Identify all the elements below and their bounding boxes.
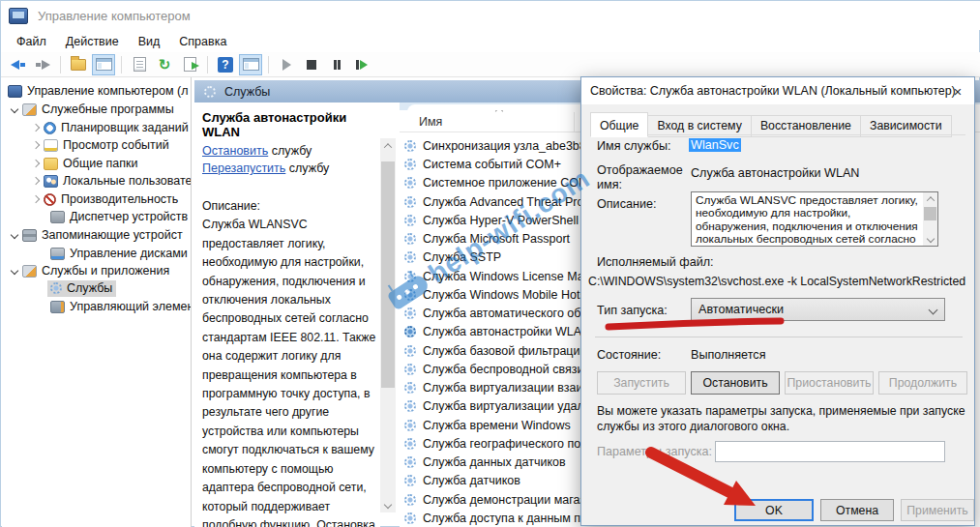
apply-button[interactable]: Применить [901,499,974,521]
list-item[interactable]: Служба Microsoft Passport [400,229,570,248]
show-console-tree-button[interactable] [92,54,115,75]
state-value: Выполняется [691,348,765,362]
restart-service-link[interactable]: Перезапустить [202,161,285,175]
tree-item-shared-folders[interactable]: Общие папки [33,155,138,172]
tree-item-root[interactable]: Управление компьютером (л [8,82,188,100]
export-list-button[interactable] [178,54,201,75]
list-item[interactable]: Служба датчиков [400,471,520,489]
list-item[interactable]: Система событий COM+ [400,155,561,173]
list-item-selected[interactable]: Служба автонастройки WLAN [400,322,590,340]
list-item[interactable]: Служба Windows Mobile Hotsp [400,285,593,304]
tree-item-event-viewer[interactable]: Просмотр событий [33,136,169,154]
menu-help[interactable]: Справка [169,32,236,51]
scroll-down-button[interactable] [923,232,937,246]
show-action-pane-button[interactable] [239,54,262,75]
export-list-icon [184,57,196,72]
list-item[interactable]: Служба виртуализации удален [400,396,598,415]
list-item[interactable]: Системное приложение COM+ [400,173,596,191]
service-name: Служба базовой фильтрации [423,344,587,358]
selected-text[interactable]: WlanSvc [689,138,741,152]
close-icon[interactable]: × [943,79,972,102]
scroll-up-button[interactable] [380,138,396,154]
restart-service-suffix: службу [285,161,329,175]
scrollbar-thumb[interactable] [381,161,395,388]
executable-path: C:\WINDOWS\system32\svchost.exe -k Local… [588,275,965,288]
chevron-right-icon[interactable] [32,195,40,203]
tree-item-device-manager[interactable]: Диспетчер устройств [50,208,188,225]
column-separator[interactable] [574,112,575,132]
properties-button[interactable] [128,54,151,75]
list-item[interactable]: Синхронизация узла_abe3b8 [400,136,586,155]
pause-button[interactable]: Приостановить [785,371,874,395]
scrollbar-thumb[interactable] [924,207,936,220]
list-item[interactable]: Служба виртуализации взаимо [400,378,598,396]
resume-button[interactable]: Продолжить [878,371,967,395]
list-item[interactable]: Служба Hyper-V PowerShell Dir [400,211,598,229]
start-button[interactable]: Запустить [597,371,686,395]
menu-file[interactable]: Файл [7,32,56,51]
list-item[interactable]: Служба демонстрации магази [400,490,592,509]
forward-button[interactable] [31,54,54,75]
start-service-button[interactable] [275,54,298,75]
chevron-down-icon[interactable] [11,267,18,275]
chevron-down-icon[interactable] [11,231,18,239]
list-item[interactable]: Служба Windows License Mana [400,267,598,285]
chevron-right-icon[interactable] [32,124,40,132]
textarea-scrollbar[interactable] [923,192,937,246]
back-button[interactable] [6,54,29,75]
cancel-button[interactable]: Отмена [820,499,894,521]
list-item[interactable]: Служба географического поло [400,434,594,453]
up-level-button[interactable] [67,54,90,75]
list-item[interactable]: Служба завершения работы в [400,523,592,527]
disk-management-icon [50,248,65,260]
description-textarea[interactable]: Служба WLANSVC предоставляет логику, нео… [691,191,938,247]
scroll-up-button[interactable] [923,192,937,206]
tree-item-performance[interactable]: Производительность [33,190,178,208]
stop-service-button[interactable] [300,54,323,75]
menu-view[interactable]: Вид [129,32,170,51]
stop-service-link[interactable]: Остановить [202,144,268,158]
help-button[interactable]: ? [214,54,237,75]
list-item[interactable]: Служба базовой фильтрации [400,341,587,360]
service-gear-icon [404,251,416,263]
list-item[interactable]: Служба Advanced Threat Prote [400,192,594,211]
description-scrollbar[interactable] [380,138,396,512]
tree-item-local-users[interactable]: Локальные пользовате [33,172,192,190]
refresh-button[interactable]: ↻ [153,54,176,75]
service-name: Синхронизация узла_abe3b8 [423,139,586,153]
menu-action[interactable]: Действие [56,32,129,51]
list-item[interactable]: Служба SSTP [400,248,501,266]
service-gear-icon [404,364,416,375]
chevron-right-icon[interactable] [32,141,40,149]
tree-item-storage[interactable]: Запоминающие устройст [12,226,183,244]
restart-service-button[interactable] [350,54,373,75]
service-name-value: WlanSvc [689,138,741,152]
scroll-down-button[interactable] [380,497,396,512]
tree-item-services-and-apps[interactable]: Службы и приложения [12,262,169,279]
startup-params-input[interactable] [715,441,945,462]
chevron-down-icon [929,306,938,315]
display-name-value: Служба автонастройки WLAN [691,166,859,180]
pause-icon [338,60,341,70]
chevron-right-icon[interactable] [32,177,40,185]
tree-item-disk-management[interactable]: Управление дисками [50,245,188,262]
tree-item-task-scheduler[interactable]: Планировщик заданий [33,119,189,136]
services-gear-icon [50,282,62,294]
tree-item-wmi-control[interactable]: Управляющий элемен [50,298,192,315]
startup-type-label: Тип запуска: [597,304,668,317]
stop-button[interactable]: Остановить [691,371,780,395]
list-item[interactable]: Служба беспроводной связи B [400,360,595,378]
startup-type-dropdown[interactable]: Автоматически [691,298,945,321]
computer-management-icon [9,8,28,24]
tab-general[interactable]: Общие [590,112,648,137]
list-item[interactable]: Служба времени Windows [400,416,571,434]
list-item[interactable]: Служба данных датчиков [400,453,566,471]
ok-button[interactable]: OK [734,499,814,521]
service-name: Системное приложение COM+ [423,176,596,190]
chevron-right-icon[interactable] [32,160,40,167]
chevron-down-icon[interactable] [11,105,18,113]
pause-service-button[interactable] [325,54,348,75]
tree-item-system-tools[interactable]: Служебные программы [12,101,174,118]
tree-item-services[interactable]: Службы [47,279,116,297]
list-item[interactable]: Служба автоматического обна [400,304,594,322]
